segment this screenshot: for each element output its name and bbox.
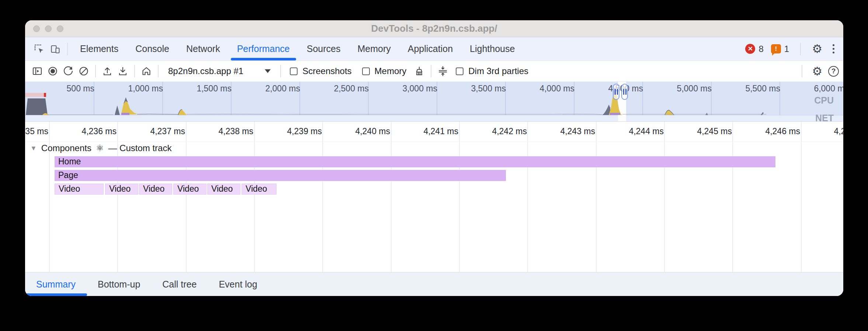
ruler-tick-label: 4,247 ms bbox=[834, 126, 843, 136]
divider bbox=[134, 65, 135, 77]
memory-checkbox[interactable]: Memory bbox=[357, 66, 412, 76]
divider bbox=[431, 65, 431, 77]
memory-label: Memory bbox=[375, 66, 407, 76]
ruler-gridline bbox=[732, 122, 733, 272]
screenshots-checkbox[interactable]: Screenshots bbox=[285, 66, 357, 76]
screenshots-label: Screenshots bbox=[302, 66, 351, 76]
ruler-tick-label: 4,242 ms bbox=[492, 126, 527, 136]
record-button[interactable] bbox=[45, 63, 60, 80]
minimize-window-button[interactable] bbox=[45, 25, 52, 32]
bottom-tab[interactable]: Event log bbox=[219, 279, 257, 290]
download-profile-icon[interactable] bbox=[115, 63, 131, 80]
overview-tick-label: 3,500 ms bbox=[471, 84, 506, 94]
home-icon[interactable] bbox=[139, 63, 154, 80]
timeline-overview[interactable]: 500 ms1,000 ms1,500 ms2,000 ms2,500 ms3,… bbox=[25, 82, 843, 122]
ruler-gridline bbox=[801, 122, 802, 272]
collapse-sections-icon[interactable] bbox=[435, 63, 451, 80]
track-bar[interactable]: Video bbox=[139, 184, 172, 195]
clear-button[interactable] bbox=[76, 63, 91, 80]
traffic-lights bbox=[33, 25, 63, 32]
performance-toolbar: 8p2n9n.csb.app #1 Screenshots Memory bbox=[25, 61, 843, 82]
panel-tab[interactable]: Performance bbox=[229, 37, 298, 60]
ruler-tick-label: 4,235 ms bbox=[25, 126, 48, 136]
panel-tab[interactable]: Console bbox=[127, 37, 178, 60]
ruler-tick-label: 4,243 ms bbox=[560, 126, 595, 136]
overview-tick-label: 500 ms bbox=[67, 84, 94, 94]
track-bar[interactable]: Video bbox=[207, 184, 240, 195]
selection-right-handle[interactable] bbox=[621, 84, 628, 100]
more-options-icon[interactable] bbox=[830, 44, 837, 53]
issue-count: 1 bbox=[784, 44, 789, 54]
selection-left-handle[interactable] bbox=[613, 84, 619, 100]
ruler-gridline bbox=[391, 122, 392, 272]
ruler-tick-label: 4,244 ms bbox=[629, 126, 664, 136]
close-window-button[interactable] bbox=[33, 25, 40, 32]
issues-badge[interactable]: ! 1 bbox=[771, 44, 789, 54]
bottom-tab[interactable]: Call tree bbox=[162, 279, 197, 290]
checkbox[interactable] bbox=[456, 67, 463, 75]
divider bbox=[802, 65, 802, 77]
target-selector[interactable]: 8p2n9n.csb.app #1 bbox=[162, 66, 277, 76]
chevron-down-icon bbox=[265, 69, 271, 76]
overview-tick-label: 4,000 ms bbox=[539, 84, 574, 94]
track-bar[interactable]: Video bbox=[242, 184, 277, 195]
ruler-gridline bbox=[664, 122, 665, 272]
ruler-tick-label: 4,245 ms bbox=[697, 126, 732, 136]
track-bar[interactable]: Video bbox=[173, 184, 206, 195]
collapse-triangle-icon[interactable]: ▼ bbox=[30, 144, 37, 152]
bottom-tab[interactable]: Bottom-up bbox=[98, 279, 140, 290]
timeline-detail[interactable]: 4,235 ms4,236 ms4,237 ms4,238 ms4,239 ms… bbox=[25, 122, 843, 272]
ruler-gridline bbox=[186, 122, 187, 272]
divider bbox=[67, 43, 68, 55]
tabbar-right: ✕ 8 ! 1 ⚙ bbox=[745, 43, 837, 55]
dim-3rd-parties-checkbox[interactable]: Dim 3rd parties bbox=[451, 66, 534, 76]
ruler-tick-label: 4,238 ms bbox=[218, 126, 253, 136]
track-bar[interactable]: Page bbox=[55, 170, 506, 181]
panel-tab[interactable]: Elements bbox=[72, 37, 127, 60]
ruler-gridline bbox=[527, 122, 528, 272]
react-atom-icon: ⚛ bbox=[96, 143, 104, 153]
ruler-tick-label: 4,246 ms bbox=[765, 126, 800, 136]
divider bbox=[800, 43, 801, 55]
track-bar[interactable]: Video bbox=[55, 184, 104, 195]
panel-tab[interactable]: Memory bbox=[349, 37, 399, 60]
toggle-sidebar-icon[interactable] bbox=[29, 63, 45, 80]
panel-tab[interactable]: Network bbox=[178, 37, 229, 60]
panel-tab[interactable]: Lighthouse bbox=[461, 37, 523, 60]
track-header[interactable]: ▼ Components ⚛ — Custom track bbox=[30, 143, 171, 153]
capture-settings-gear-icon[interactable]: ⚙ bbox=[812, 66, 822, 77]
ruler-tick-label: 4,239 ms bbox=[287, 126, 322, 136]
upload-profile-icon[interactable] bbox=[100, 63, 115, 80]
active-tab-indicator bbox=[25, 293, 87, 296]
track-bar[interactable]: Home bbox=[55, 156, 775, 167]
bottom-tabbar: SummaryBottom-upCall treeEvent log bbox=[25, 272, 843, 296]
divider bbox=[280, 65, 281, 77]
track-bar[interactable]: Video bbox=[105, 184, 138, 195]
screen: DevTools - 8p2n9n.csb.app/ Elements bbox=[0, 0, 868, 331]
overview-tick-label: 6,000 ms bbox=[814, 84, 843, 94]
track-subtitle: — Custom track bbox=[108, 143, 171, 153]
help-icon[interactable]: ? bbox=[828, 66, 839, 77]
devtools-tabbar: Elements Console Network Performance Sou… bbox=[25, 37, 843, 61]
panel-tab[interactable]: Sources bbox=[298, 37, 349, 60]
checkbox[interactable] bbox=[362, 67, 370, 75]
ruler-gridline bbox=[459, 122, 460, 272]
reload-record-button[interactable] bbox=[60, 63, 76, 80]
error-badge[interactable]: ✕ 8 bbox=[745, 44, 763, 54]
network-lane bbox=[25, 115, 843, 122]
overview-tick-label: 1,500 ms bbox=[197, 84, 232, 94]
panel-tab[interactable]: Application bbox=[399, 37, 461, 60]
zoom-window-button[interactable] bbox=[57, 25, 63, 32]
bottom-tab[interactable]: Summary bbox=[36, 279, 76, 290]
issue-icon: ! bbox=[771, 44, 781, 53]
device-toolbar-icon[interactable] bbox=[47, 40, 63, 58]
overview-tick-label: 2,500 ms bbox=[334, 84, 369, 94]
inspect-element-icon[interactable] bbox=[31, 40, 47, 58]
ruler-tick-label: 4,241 ms bbox=[423, 126, 458, 136]
net-lane-label: NET bbox=[815, 113, 834, 122]
settings-gear-icon[interactable]: ⚙ bbox=[812, 43, 822, 55]
collect-garbage-icon[interactable] bbox=[412, 63, 427, 80]
checkbox[interactable] bbox=[290, 67, 298, 75]
ruler-tick-label: 4,240 ms bbox=[355, 126, 390, 136]
ruler-divider bbox=[25, 142, 843, 142]
